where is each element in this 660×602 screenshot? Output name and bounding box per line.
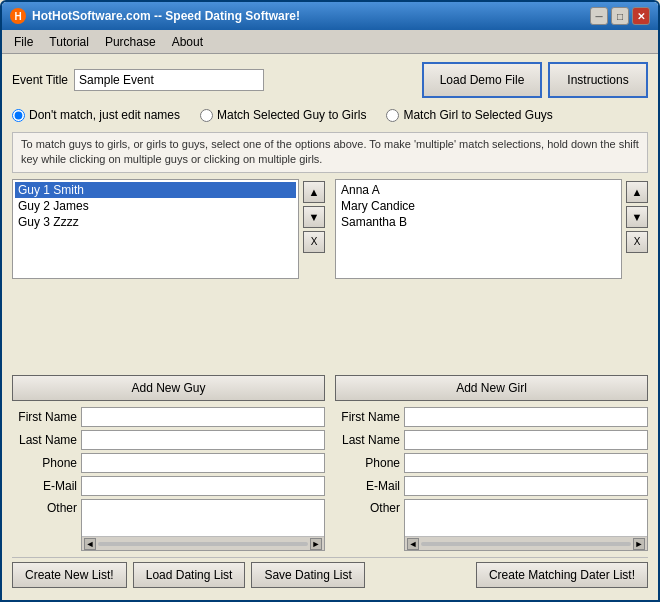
guy-lastname-label: Last Name	[12, 433, 77, 447]
load-demo-button[interactable]: Load Demo File	[422, 62, 542, 98]
guys-list-controls: ▲ ▼ X	[303, 179, 325, 371]
maximize-button[interactable]: □	[611, 7, 629, 25]
radio-girl-to-guys-input[interactable]	[386, 109, 399, 122]
menu-tutorial[interactable]: Tutorial	[41, 32, 97, 52]
guy-other-scroll-left[interactable]: ◄	[84, 538, 96, 550]
event-title-row: Event Title Load Demo File Instructions	[12, 62, 648, 98]
guy-firstname-label: First Name	[12, 410, 77, 424]
guy-other-scroll-right[interactable]: ►	[310, 538, 322, 550]
app-icon: H	[10, 8, 26, 24]
list-item[interactable]: Samantha B	[338, 214, 619, 230]
radio-guy-to-girls-input[interactable]	[200, 109, 213, 122]
girl-details: First Name Last Name Phone E-Mail Other	[335, 407, 648, 551]
guys-list-area: Guy 1 Smith Guy 2 James Guy 3 Zzzz ▲ ▼ X	[12, 179, 325, 371]
guy-phone-input[interactable]	[81, 453, 325, 473]
list-item[interactable]: Guy 1 Smith	[15, 182, 296, 198]
girl-lastname-input[interactable]	[404, 430, 648, 450]
guys-down-button[interactable]: ▼	[303, 206, 325, 228]
girl-email-label: E-Mail	[335, 479, 400, 493]
girl-lastname-row: Last Name	[335, 430, 648, 450]
list-item[interactable]: Anna A	[338, 182, 619, 198]
instructions-button[interactable]: Instructions	[548, 62, 648, 98]
guy-lastname-input[interactable]	[81, 430, 325, 450]
girl-other-label: Other	[335, 499, 400, 515]
radio-no-match-input[interactable]	[12, 109, 25, 122]
menu-bar: File Tutorial Purchase About	[2, 30, 658, 54]
match-options: Don't match, just edit names Match Selec…	[12, 104, 648, 126]
title-controls: ─ □ ✕	[590, 7, 650, 25]
guys-listbox[interactable]: Guy 1 Smith Guy 2 James Guy 3 Zzzz	[12, 179, 299, 279]
girl-other-row: Other ◄ ►	[335, 499, 648, 551]
list-item[interactable]: Mary Candice	[338, 198, 619, 214]
guy-email-row: E-Mail	[12, 476, 325, 496]
girl-phone-label: Phone	[335, 456, 400, 470]
guy-firstname-row: First Name	[12, 407, 325, 427]
girl-email-input[interactable]	[404, 476, 648, 496]
girl-firstname-label: First Name	[335, 410, 400, 424]
save-list-button[interactable]: Save Dating List	[251, 562, 364, 588]
main-window: H HotHotSoftware.com -- Speed Dating Sof…	[0, 0, 660, 602]
add-guy-button[interactable]: Add New Guy	[12, 375, 325, 401]
girls-column: Anna A Mary Candice Samantha B ▲ ▼ X Add…	[335, 179, 648, 401]
create-matching-button[interactable]: Create Matching Dater List!	[476, 562, 648, 588]
main-content: Event Title Load Demo File Instructions …	[2, 54, 658, 600]
guy-other-input[interactable]	[82, 500, 324, 536]
list-item[interactable]: Guy 2 James	[15, 198, 296, 214]
load-list-button[interactable]: Load Dating List	[133, 562, 246, 588]
guy-email-label: E-Mail	[12, 479, 77, 493]
girls-list-controls: ▲ ▼ X	[626, 179, 648, 371]
guy-other-label: Other	[12, 499, 77, 515]
girl-other-scroll-left[interactable]: ◄	[407, 538, 419, 550]
guy-email-input[interactable]	[81, 476, 325, 496]
create-new-button[interactable]: Create New List!	[12, 562, 127, 588]
minimize-button[interactable]: ─	[590, 7, 608, 25]
menu-about[interactable]: About	[164, 32, 211, 52]
radio-no-match[interactable]: Don't match, just edit names	[12, 108, 180, 122]
guy-other-row: Other ◄ ►	[12, 499, 325, 551]
girls-listbox[interactable]: Anna A Mary Candice Samantha B	[335, 179, 622, 279]
guy-lastname-row: Last Name	[12, 430, 325, 450]
girl-email-row: E-Mail	[335, 476, 648, 496]
girls-delete-button[interactable]: X	[626, 231, 648, 253]
list-item[interactable]: Guy 3 Zzzz	[15, 214, 296, 230]
title-bar-left: H HotHotSoftware.com -- Speed Dating Sof…	[10, 8, 300, 24]
girl-phone-input[interactable]	[404, 453, 648, 473]
girl-firstname-input[interactable]	[404, 407, 648, 427]
event-title-label: Event Title	[12, 73, 68, 87]
radio-girl-to-guys[interactable]: Match Girl to Selected Guys	[386, 108, 552, 122]
lists-section: Guy 1 Smith Guy 2 James Guy 3 Zzzz ▲ ▼ X…	[12, 179, 648, 401]
girl-firstname-row: First Name	[335, 407, 648, 427]
girl-other-scroll-right[interactable]: ►	[633, 538, 645, 550]
girls-down-button[interactable]: ▼	[626, 206, 648, 228]
event-title-input[interactable]	[74, 69, 264, 91]
girl-phone-row: Phone	[335, 453, 648, 473]
details-section: First Name Last Name Phone E-Mail Other	[12, 407, 648, 551]
guy-phone-row: Phone	[12, 453, 325, 473]
girl-other-input[interactable]	[405, 500, 647, 536]
girl-lastname-label: Last Name	[335, 433, 400, 447]
girls-list-area: Anna A Mary Candice Samantha B ▲ ▼ X	[335, 179, 648, 371]
guy-firstname-input[interactable]	[81, 407, 325, 427]
add-girl-button[interactable]: Add New Girl	[335, 375, 648, 401]
window-title: HotHotSoftware.com -- Speed Dating Softw…	[32, 9, 300, 23]
title-bar: H HotHotSoftware.com -- Speed Dating Sof…	[2, 2, 658, 30]
radio-guy-to-girls[interactable]: Match Selected Guy to Girls	[200, 108, 366, 122]
menu-file[interactable]: File	[6, 32, 41, 52]
guy-phone-label: Phone	[12, 456, 77, 470]
guys-column: Guy 1 Smith Guy 2 James Guy 3 Zzzz ▲ ▼ X…	[12, 179, 325, 401]
girls-up-button[interactable]: ▲	[626, 181, 648, 203]
instruction-text: To match guys to girls, or girls to guys…	[12, 132, 648, 173]
guys-delete-button[interactable]: X	[303, 231, 325, 253]
guys-up-button[interactable]: ▲	[303, 181, 325, 203]
guy-details: First Name Last Name Phone E-Mail Other	[12, 407, 325, 551]
menu-purchase[interactable]: Purchase	[97, 32, 164, 52]
bottom-toolbar: Create New List! Load Dating List Save D…	[12, 557, 648, 592]
close-button[interactable]: ✕	[632, 7, 650, 25]
